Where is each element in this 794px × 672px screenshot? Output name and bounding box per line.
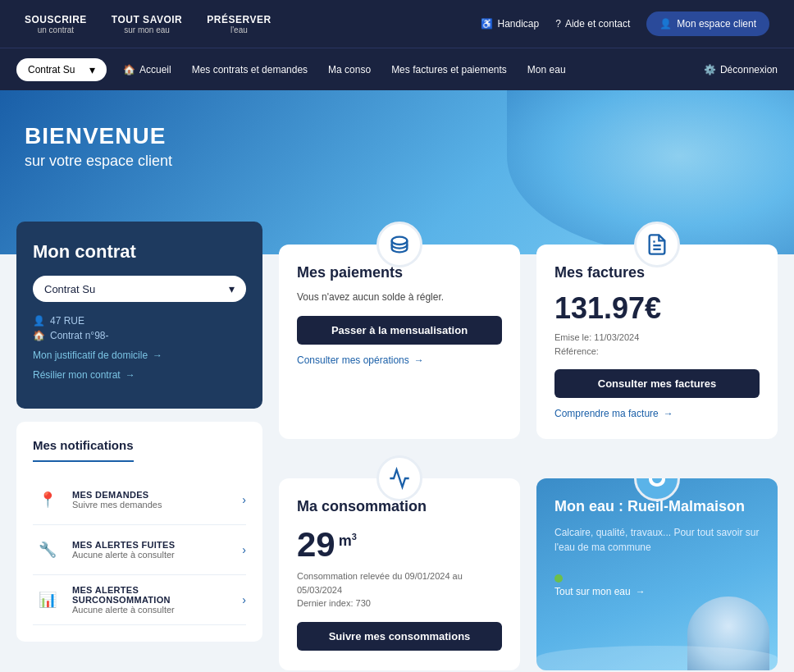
contrat-title: Mon contrat [33, 241, 246, 263]
deconnexion-label: Déconnexion [720, 64, 778, 75]
notif-surconso[interactable]: 📊 MES ALERTES SURCONSOMMATION Aucune ale… [33, 575, 246, 625]
contrat-address: 👤 47 RUE [33, 315, 246, 327]
content-grid: Mon contrat Contrat Su 👤 47 RUE 🏠 Contra… [16, 222, 778, 670]
notif-fuites-text: MES ALERTES FUITES Aucune alerte à consu… [72, 540, 232, 560]
user-icon: 👤 [659, 18, 672, 30]
nav-item-contrats[interactable]: Mes contrats et demandes [192, 64, 308, 75]
notif-surconso-text: MES ALERTES SURCONSOMMATION Aucune alert… [72, 585, 232, 615]
contrat-dropdown-label: Contrat Su [44, 283, 95, 295]
paiements-icon [376, 222, 422, 267]
factures-card: Mes factures 131.97€ Emise le: 11/03/202… [536, 245, 778, 439]
espace-label: Mon espace client [677, 18, 756, 30]
accueil-label: Accueil [139, 64, 171, 75]
consommation-card: Ma consommation 29 m3 Consommation relev… [279, 478, 520, 670]
arrow-right-icon: › [242, 593, 246, 606]
nav-items: 🏠 Accueil Mes contrats et demandes Ma co… [123, 64, 778, 75]
arrow-right-icon: › [242, 493, 246, 506]
notif-demandes[interactable]: 📍 MES DEMANDES Suivre mes demandes › [33, 475, 246, 525]
left-column: Mon contrat Contrat Su 👤 47 RUE 🏠 Contra… [16, 222, 262, 670]
souscrire-main: SOUSCRIRE [25, 14, 87, 25]
top-nav-links: SOUSCRIRE un contrat TOUT SAVOIR sur mon… [25, 14, 272, 34]
mon-eau-description: Calcaire, qualité, travaux... Pour tout … [554, 525, 760, 555]
aide-link[interactable]: ? Aide et contact [555, 18, 630, 30]
settings-icon: ⚙️ [704, 64, 716, 75]
location-icon: 👤 [33, 315, 45, 327]
paiements-no-balance: Vous n'avez aucun solde à régler. [297, 291, 502, 303]
contrats-label: Mes contrats et demandes [192, 64, 308, 75]
mon-eau-label: Mon eau [527, 64, 566, 75]
conso-number: 29 [297, 525, 335, 565]
surconso-icon: 📊 [33, 585, 62, 615]
espace-client-button[interactable]: 👤 Mon espace client [646, 11, 769, 36]
contract-icon: 🏠 [33, 330, 45, 341]
nav-item-mon-eau[interactable]: Mon eau [527, 64, 566, 75]
notif-surconso-title: MES ALERTES SURCONSOMMATION [72, 585, 232, 605]
notif-fuites[interactable]: 🔧 MES ALERTES FUITES Aucune alerte à con… [33, 525, 246, 575]
top-nav-right: ♿ Handicap ? Aide et contact 👤 Mon espac… [481, 11, 769, 36]
suivre-conso-button[interactable]: Suivre mes consommations [297, 622, 502, 651]
main-nav: Contrat Su 🏠 Accueil Mes contrats et dem… [0, 48, 794, 90]
contrat-num: 🏠 Contrat n°98- [33, 330, 246, 341]
contract-select-dropdown[interactable]: Contrat Su [16, 58, 107, 81]
handicap-icon: ♿ [481, 18, 493, 30]
question-icon: ? [555, 18, 561, 30]
contract-select-label: Contrat Su [28, 64, 75, 75]
paiements-card: Mes paiements Vous n'avez aucun solde à … [279, 245, 520, 439]
tout-savoir-link[interactable]: TOUT SAVOIR sur mon eau [112, 14, 182, 34]
justificatif-link[interactable]: Mon justificatif de domicile [33, 350, 246, 361]
factures-emise: Emise le: 11/03/2024 [554, 331, 760, 345]
conso-value: 29 m3 [297, 525, 502, 565]
conso-label: Ma conso [328, 64, 371, 75]
chevron-down-icon [89, 63, 95, 76]
consulter-factures-button[interactable]: Consulter mes factures [554, 369, 760, 398]
fuites-icon: 🔧 [33, 535, 62, 565]
conso-exponent: 3 [352, 532, 357, 542]
notif-demandes-title: MES DEMANDES [72, 490, 232, 500]
conso-unit: m3 [339, 532, 357, 550]
tout-sur-mon-eau-link[interactable]: Tout sur mon eau [554, 586, 760, 597]
contrat-dropdown[interactable]: Contrat Su [33, 276, 246, 302]
preserver-sub: l'eau [207, 25, 271, 34]
factures-label: Mes factures et paiements [391, 64, 507, 75]
tout-savoir-main: TOUT SAVOIR [112, 14, 182, 25]
green-status-dot [554, 574, 563, 583]
consommation-icon [376, 455, 422, 501]
conso-date-range: Consommation relevée du 09/01/2024 au 05… [297, 569, 502, 597]
souscrire-sub: un contrat [25, 25, 87, 34]
tout-savoir-sub: sur mon eau [112, 25, 182, 34]
factures-reference: Référence: [554, 345, 760, 359]
notif-demandes-sub: Suivre mes demandes [72, 500, 232, 510]
deconnexion-button[interactable]: ⚙️ Déconnexion [704, 64, 778, 75]
chevron-down-icon [229, 282, 235, 295]
resilier-link[interactable]: Résilier mon contrat [33, 369, 246, 381]
home-icon: 🏠 [123, 64, 135, 75]
operations-link[interactable]: Consulter mes opérations [297, 354, 502, 366]
comprendre-facture-link[interactable]: Comprendre ma facture [554, 408, 760, 419]
mon-eau-card: Mon eau : Rueil-Malmaison Calcaire, qual… [536, 478, 778, 670]
conso-index: Dernier index: 730 [297, 597, 502, 610]
preserver-main: PRÉSERVER [207, 14, 271, 25]
notifications-section: Mes notifications 📍 MES DEMANDES Suivre … [16, 422, 262, 642]
arrow-right-icon: › [242, 543, 246, 556]
demandes-icon: 📍 [33, 485, 62, 514]
main-content: Mon contrat Contrat Su 👤 47 RUE 🏠 Contra… [0, 222, 794, 672]
preserver-link[interactable]: PRÉSERVER l'eau [207, 14, 271, 34]
nav-item-accueil[interactable]: 🏠 Accueil [123, 64, 171, 75]
notif-fuites-title: MES ALERTES FUITES [72, 540, 232, 550]
factures-icon [634, 222, 680, 267]
notif-demandes-text: MES DEMANDES Suivre mes demandes [72, 490, 232, 510]
souscrire-link[interactable]: SOUSCRIRE un contrat [25, 14, 87, 34]
wave-decoration [536, 646, 778, 670]
notifications-title: Mes notifications [33, 438, 134, 462]
top-nav: SOUSCRIRE un contrat TOUT SAVOIR sur mon… [0, 0, 794, 48]
mon-contrat-card: Mon contrat Contrat Su 👤 47 RUE 🏠 Contra… [16, 222, 262, 409]
handicap-link[interactable]: ♿ Handicap [481, 18, 539, 30]
handicap-label: Handicap [497, 18, 539, 30]
nav-item-factures[interactable]: Mes factures et paiements [391, 64, 507, 75]
nav-item-conso[interactable]: Ma conso [328, 64, 371, 75]
aide-label: Aide et contact [565, 18, 630, 30]
factures-meta: Emise le: 11/03/2024 Référence: [554, 331, 760, 358]
mensualisation-button[interactable]: Passer à la mensualisation [297, 316, 502, 345]
factures-amount: 131.97€ [554, 291, 760, 326]
notif-fuites-sub: Aucune alerte à consulter [72, 550, 232, 560]
